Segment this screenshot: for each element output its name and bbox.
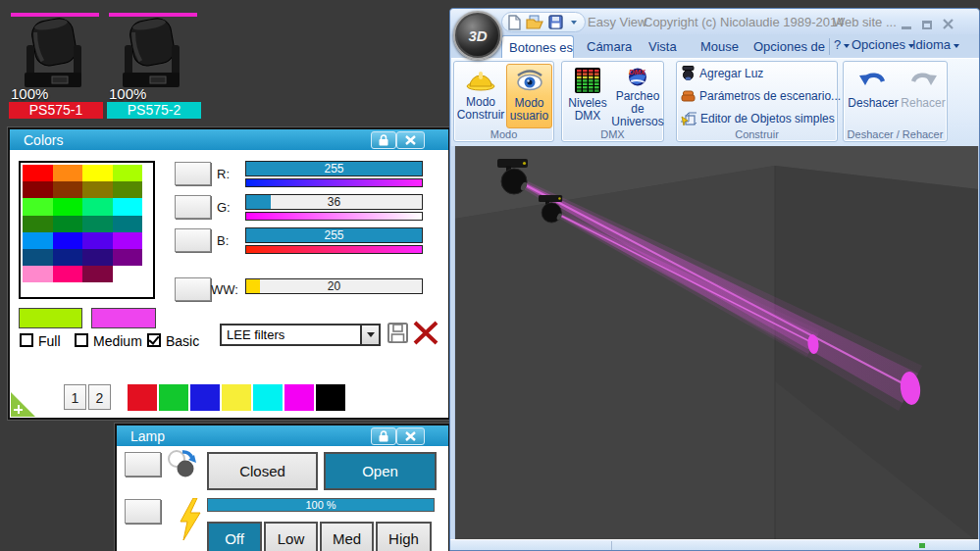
close-button[interactable] (396, 131, 425, 149)
app-logo-3d[interactable]: 3D (453, 11, 502, 60)
current-color-swatch-2[interactable] (91, 308, 156, 328)
palette-cell[interactable] (82, 216, 113, 232)
delete-filter-icon[interactable] (412, 321, 439, 345)
shutter-open-button[interactable]: Open (324, 452, 437, 490)
window-close-button[interactable] (940, 17, 955, 29)
palette-cell[interactable] (23, 198, 53, 215)
dimmer-record-button[interactable] (125, 499, 161, 524)
checkbox-full[interactable] (20, 333, 33, 347)
shutter-closed-button[interactable]: Closed (207, 452, 318, 490)
preset-color-swatch[interactable] (128, 384, 157, 411)
red-value-slider[interactable]: 255 (245, 161, 423, 176)
palette-cell[interactable] (53, 266, 83, 282)
tab-botones-estandar[interactable]: Botones están (501, 35, 574, 58)
palette-cell[interactable] (53, 249, 83, 266)
green-value-slider[interactable]: 36 (245, 194, 423, 210)
menu-help[interactable]: ? (834, 37, 850, 52)
close-button[interactable] (396, 427, 425, 445)
lamp-dialog-titlebar[interactable]: Lamp (117, 426, 448, 446)
palette-cell[interactable] (23, 266, 53, 282)
preset-color-swatch[interactable] (222, 384, 251, 411)
palette-cell[interactable] (23, 249, 53, 266)
palette-cell[interactable] (23, 165, 53, 181)
modo-construir-button[interactable]: ModoConstruir (457, 64, 504, 128)
power-med-button[interactable]: Med (320, 522, 374, 551)
qat-dropdown-icon[interactable] (571, 21, 577, 25)
save-icon[interactable] (387, 323, 408, 343)
lock-button[interactable] (371, 131, 396, 149)
tab-opciones-de-renderizado[interactable]: Opciones de re (753, 35, 828, 58)
preset-button-1[interactable]: 1 (64, 384, 86, 410)
palette-cell[interactable] (82, 198, 113, 215)
parcheo-universos-button[interactable]: DMX Parcheo deUniversos (612, 64, 663, 128)
checkbox-basic[interactable] (147, 333, 161, 347)
tab-mouse[interactable]: Mouse (700, 35, 739, 58)
palette-cell[interactable] (82, 232, 113, 249)
fixture-name-label[interactable]: PS575-1 (9, 102, 103, 119)
preset-color-swatch[interactable] (159, 384, 188, 411)
preset-button-2[interactable]: 2 (88, 384, 111, 410)
color-palette-grid[interactable] (23, 165, 142, 282)
palette-cell[interactable] (53, 165, 83, 181)
blue-gradient-bar[interactable] (245, 245, 423, 254)
palette-cell[interactable] (82, 266, 113, 282)
palette-cell[interactable] (113, 181, 143, 198)
niveles-dmx-button[interactable]: NivelesDMX (565, 64, 610, 128)
palette-cell[interactable] (113, 232, 143, 249)
menu-idioma[interactable]: Idioma (912, 37, 959, 52)
ww-channel-button[interactable] (175, 277, 211, 301)
preset-color-swatch[interactable] (284, 384, 314, 411)
viewport-3d[interactable] (454, 146, 979, 542)
agregar-luz-button[interactable]: Agregar Luz (681, 66, 763, 81)
editor-objetos-button[interactable]: Editor de Objetos simples (681, 111, 835, 126)
current-color-swatch-1[interactable] (19, 308, 82, 328)
fixture-name-label[interactable]: PS575-2 (107, 102, 201, 119)
palette-cell[interactable] (53, 198, 83, 215)
colors-dialog-titlebar[interactable]: Colors (10, 129, 448, 150)
power-high-button[interactable]: High (376, 522, 432, 551)
deshacer-button[interactable]: Deshacer (848, 66, 899, 110)
new-document-icon[interactable] (508, 15, 521, 30)
green-gradient-bar[interactable] (245, 212, 423, 221)
ww-value-slider[interactable]: 20 (245, 278, 423, 294)
shutter-record-button[interactable] (125, 452, 161, 476)
checkbox-medium[interactable] (75, 333, 88, 347)
minimize-button[interactable] (899, 17, 914, 29)
dropdown-arrow-button[interactable] (360, 326, 379, 344)
palette-cell[interactable] (113, 266, 143, 282)
palette-cell[interactable] (113, 216, 143, 232)
red-gradient-bar[interactable] (245, 178, 423, 187)
preset-color-swatch[interactable] (316, 384, 345, 411)
lock-button[interactable] (371, 427, 396, 445)
palette-cell[interactable] (53, 181, 83, 198)
window-title-website[interactable]: Web site ... (833, 15, 897, 29)
palette-cell[interactable] (113, 249, 143, 266)
maximize-button[interactable] (919, 17, 935, 29)
palette-cell[interactable] (82, 165, 113, 181)
palette-cell[interactable] (113, 198, 143, 215)
green-channel-button[interactable] (175, 195, 211, 219)
palette-cell[interactable] (23, 232, 53, 249)
dimmer-bar[interactable]: 100 % (207, 498, 435, 512)
power-low-button[interactable]: Low (264, 522, 318, 551)
tab-vista[interactable]: Vista (648, 35, 677, 58)
palette-cell[interactable] (23, 181, 53, 198)
save-icon[interactable] (548, 15, 563, 29)
menu-opciones[interactable]: Opciones (851, 37, 914, 52)
rehacer-button[interactable]: Rehacer (900, 66, 947, 110)
status-grip-icon[interactable] (919, 543, 925, 548)
red-channel-button[interactable] (175, 162, 211, 185)
blue-channel-button[interactable] (175, 228, 211, 252)
tab-camara[interactable]: Cámara (587, 35, 632, 58)
filter-dropdown[interactable]: LEE filters (220, 324, 381, 346)
palette-cell[interactable] (113, 165, 143, 181)
open-folder-icon[interactable] (526, 15, 543, 29)
blue-value-slider[interactable]: 255 (245, 227, 423, 243)
palette-cell[interactable] (82, 249, 113, 266)
palette-cell[interactable] (82, 181, 113, 198)
palette-cell[interactable] (53, 216, 83, 232)
palette-cell[interactable] (53, 232, 83, 249)
palette-cell[interactable] (23, 216, 53, 232)
preset-color-swatch[interactable] (190, 384, 220, 411)
parametros-escenario-button[interactable]: Parámetros de escenario... (681, 88, 841, 104)
